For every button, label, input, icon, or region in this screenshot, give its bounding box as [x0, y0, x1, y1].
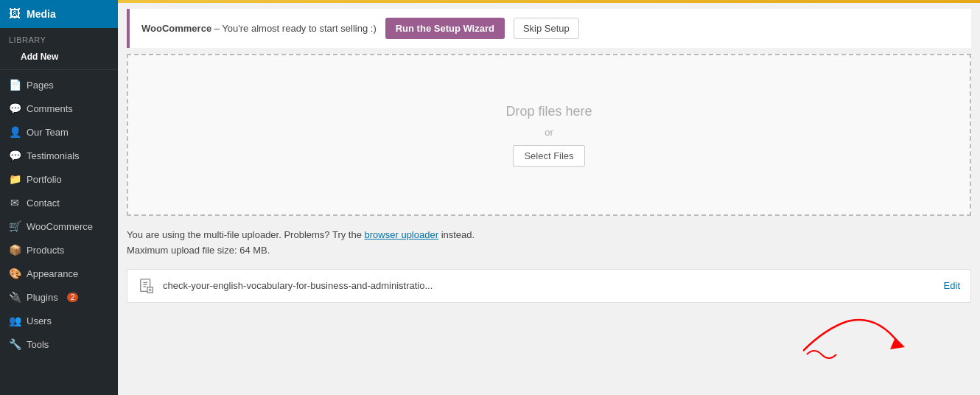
users-icon: 👥	[9, 315, 21, 326]
svg-marker-7	[890, 338, 905, 349]
divider-1	[0, 69, 118, 70]
testimonials-icon: 💬	[9, 150, 21, 161]
arrow-annotation	[803, 307, 921, 366]
multifile-text: You are using the multi-file uploader. P…	[127, 229, 362, 240]
select-files-button[interactable]: Select Files	[513, 145, 584, 167]
notice-brand: WooCommerce	[141, 23, 211, 34]
sidebar-item-users[interactable]: 👥 Users	[0, 309, 118, 332]
media-icon: 🖼	[9, 7, 21, 21]
file-edit-link[interactable]: Edit	[944, 280, 960, 291]
contact-icon: ✉	[9, 197, 21, 209]
sidebar: 🖼 Media Library Add New 📄 Pages 💬 Commen…	[0, 0, 118, 395]
file-name: check-your-english-vocabulary-for-busine…	[163, 280, 937, 291]
sidebar-item-label: Plugins	[27, 292, 58, 303]
sidebar-item-label: Portfolio	[27, 174, 62, 185]
sidebar-item-add-new[interactable]: Add New	[0, 47, 118, 66]
our-team-icon: 👤	[9, 126, 21, 138]
sidebar-item-label: Comments	[27, 103, 73, 114]
sidebar-item-label: Users	[27, 315, 52, 326]
sidebar-item-plugins[interactable]: 🔌 Plugins 2	[0, 285, 118, 309]
sidebar-item-label: Contact	[27, 198, 60, 209]
sidebar-item-testimonials[interactable]: 💬 Testimonials	[0, 144, 118, 167]
woocommerce-notice: WooCommerce – You're almost ready to sta…	[127, 9, 971, 48]
file-type-icon	[138, 277, 155, 295]
pages-icon: 📄	[9, 79, 21, 91]
sidebar-item-appearance[interactable]: 🎨 Appearance	[0, 262, 118, 285]
sidebar-item-products[interactable]: 📦 Products	[0, 238, 118, 262]
skip-setup-button[interactable]: Skip Setup	[514, 18, 579, 39]
sidebar-item-label: Testimonials	[27, 150, 80, 161]
products-icon: 📦	[9, 244, 21, 256]
file-upload-area[interactable]: Drop files here or Select Files	[127, 54, 971, 216]
drop-files-text: Drop files here	[505, 104, 592, 119]
sidebar-item-our-team[interactable]: 👤 Our Team	[0, 120, 118, 144]
multifile-info: You are using the multi-file uploader. P…	[127, 228, 971, 243]
plugins-badge: 2	[67, 293, 79, 302]
after-link-text: instead.	[441, 229, 475, 240]
sidebar-item-woocommerce[interactable]: 🛒 WooCommerce	[0, 214, 118, 238]
notice-text: WooCommerce – You're almost ready to sta…	[141, 23, 377, 34]
sidebar-title: Media	[27, 8, 56, 20]
appearance-icon: 🎨	[9, 268, 21, 279]
portfolio-icon: 📁	[9, 173, 21, 185]
tools-icon: 🔧	[9, 338, 21, 350]
sidebar-item-tools[interactable]: 🔧 Tools	[0, 332, 118, 356]
sidebar-item-contact[interactable]: ✉ Contact	[0, 191, 118, 214]
or-text: or	[545, 127, 553, 138]
browser-uploader-link[interactable]: browser uploader	[365, 229, 438, 240]
sidebar-item-label: Tools	[27, 339, 49, 350]
main-content: WooCommerce – You're almost ready to sta…	[118, 0, 980, 395]
woocommerce-icon: 🛒	[9, 220, 21, 232]
max-size-info: Maximum upload file size: 64 MB.	[127, 243, 971, 259]
sidebar-item-pages[interactable]: 📄 Pages	[0, 73, 118, 97]
sidebar-item-label: Products	[27, 245, 64, 256]
file-item: check-your-english-vocabulary-for-busine…	[127, 269, 971, 303]
uploader-info: You are using the multi-file uploader. P…	[118, 222, 980, 265]
sidebar-item-label: WooCommerce	[27, 221, 93, 232]
run-wizard-button[interactable]: Run the Setup Wizard	[385, 18, 505, 39]
sidebar-header[interactable]: 🖼 Media	[0, 0, 118, 28]
top-progress-bar	[118, 0, 980, 3]
sidebar-item-portfolio[interactable]: 📁 Portfolio	[0, 167, 118, 191]
sidebar-item-label: Appearance	[27, 268, 78, 279]
plugins-icon: 🔌	[9, 291, 21, 303]
sidebar-item-comments[interactable]: 💬 Comments	[0, 97, 118, 120]
library-label: Library	[0, 28, 118, 47]
sidebar-item-label: Our Team	[27, 127, 69, 138]
notice-subtitle: – You're almost ready to start selling :…	[214, 23, 377, 34]
sidebar-item-label: Pages	[27, 80, 54, 91]
comments-icon: 💬	[9, 102, 21, 114]
